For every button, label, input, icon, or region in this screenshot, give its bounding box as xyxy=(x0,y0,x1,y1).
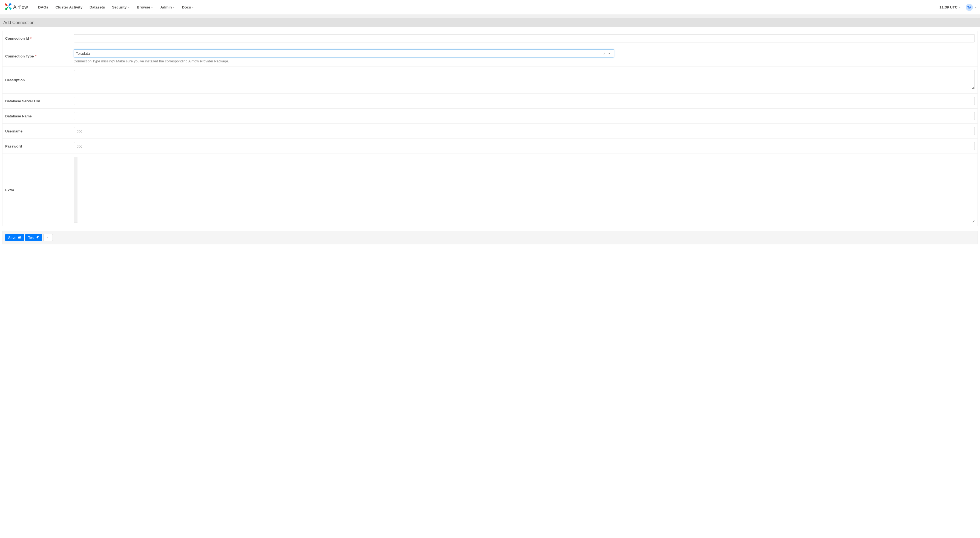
label-description: Description xyxy=(5,78,25,82)
label-conn-type: Connection Type xyxy=(5,54,34,58)
label-conn-id: Connection Id xyxy=(5,37,29,41)
label-extra: Extra xyxy=(5,188,14,192)
extra-field[interactable] xyxy=(78,157,975,223)
save-icon xyxy=(18,235,21,240)
brand-link[interactable]: Airflow xyxy=(2,3,30,12)
label-db-server-url: Database Server URL xyxy=(5,99,41,103)
airflow-logo-icon xyxy=(5,3,13,12)
breadcrumb-spacer xyxy=(0,15,980,18)
required-marker: * xyxy=(35,54,37,58)
conn-type-select[interactable]: Teradata × xyxy=(74,49,614,57)
connection-form: Connection Id * Connection Type * Terada… xyxy=(2,31,978,226)
label-password: Password xyxy=(5,144,22,148)
nav-item-security[interactable]: Security xyxy=(108,0,133,15)
nav-item-admin[interactable]: Admin xyxy=(157,0,178,15)
clock[interactable]: 11:39 UTC xyxy=(937,5,963,9)
conn-id-field[interactable] xyxy=(74,34,975,43)
chevron-down-icon[interactable] xyxy=(607,53,612,54)
back-button[interactable]: ← xyxy=(43,234,53,241)
required-marker: * xyxy=(30,37,32,41)
username-field[interactable] xyxy=(74,127,975,135)
test-button[interactable]: Test xyxy=(25,234,43,241)
clear-icon[interactable]: × xyxy=(601,51,607,56)
save-label: Save xyxy=(8,236,16,240)
arrow-left-icon: ← xyxy=(46,236,50,240)
db-server-url-field[interactable] xyxy=(74,97,975,105)
save-button[interactable]: Save xyxy=(5,234,24,241)
nav-item-dags[interactable]: DAGs xyxy=(35,0,52,15)
label-db-name: Database Name xyxy=(5,114,32,118)
top-navbar: Airflow DAGs Cluster Activity Datasets S… xyxy=(0,0,980,15)
code-gutter xyxy=(74,157,78,223)
db-name-field[interactable] xyxy=(74,112,975,120)
nav-item-cluster[interactable]: Cluster Activity xyxy=(52,0,86,15)
conn-type-value: Teradata xyxy=(76,51,601,56)
nav-item-datasets[interactable]: Datasets xyxy=(86,0,108,15)
nav-item-browse[interactable]: Browse xyxy=(134,0,157,15)
nav-item-docs[interactable]: Docs xyxy=(178,0,197,15)
nav-list: DAGs Cluster Activity Datasets Security … xyxy=(35,0,197,15)
page-title: Add Connection xyxy=(0,18,980,27)
brand-text: Airflow xyxy=(13,5,28,10)
description-field[interactable] xyxy=(74,70,975,89)
paper-plane-icon xyxy=(36,235,39,240)
label-username: Username xyxy=(5,129,22,133)
user-menu[interactable]: TA xyxy=(966,4,977,11)
avatar: TA xyxy=(966,4,973,11)
form-toolbar: Save Test ← xyxy=(2,231,978,244)
password-field[interactable] xyxy=(74,142,975,150)
test-label: Test xyxy=(28,236,35,240)
conn-type-help: Connection Type missing? Make sure you'v… xyxy=(74,59,975,63)
